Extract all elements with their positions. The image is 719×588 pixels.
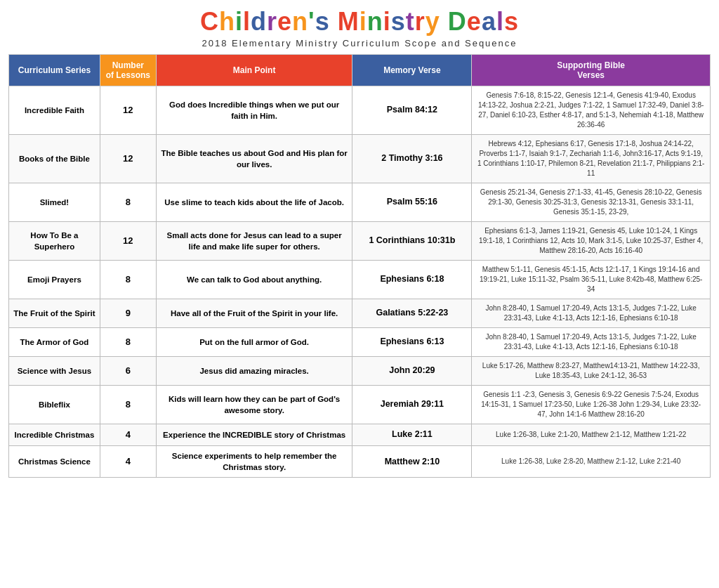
td-lessons: 12 [100, 135, 156, 183]
td-supporting: Matthew 5:1-11, Genesis 45:1-15, Acts 12… [472, 261, 711, 299]
td-lessons: 6 [100, 357, 156, 386]
td-lessons: 8 [100, 328, 156, 357]
td-main: God does Incredible things when we put o… [156, 86, 352, 135]
td-supporting: Luke 1:26-38, Luke 2:8-20, Matthew 2:1-1… [472, 446, 711, 478]
td-main: Kids will learn how they can be part of … [156, 386, 352, 424]
td-curriculum: Science with Jesus [9, 357, 100, 386]
td-memory: 1 Corinthians 10:31b [352, 222, 472, 261]
td-main: Jesus did amazing miracles. [156, 357, 352, 386]
table-row: The Fruit of the Spirit9Have all of the … [9, 299, 711, 328]
td-curriculum: Christmas Science [9, 446, 100, 478]
page-wrapper: Children's Ministry Deals 2018 Elementar… [0, 0, 719, 486]
td-supporting: Genesis 7:6-18, 8:15-22, Genesis 12:1-4,… [472, 86, 711, 135]
td-main: Experience the INCREDIBLE story of Chris… [156, 424, 352, 446]
th-curriculum: Curriculum Series [9, 55, 100, 86]
td-memory: John 20:29 [352, 357, 472, 386]
td-lessons: 12 [100, 222, 156, 261]
td-curriculum: The Fruit of the Spirit [9, 299, 100, 328]
td-curriculum: How To Be a Superhero [9, 222, 100, 261]
td-memory: Psalm 84:12 [352, 86, 472, 135]
curriculum-table: Curriculum Series Numberof Lessons Main … [8, 54, 711, 478]
table-row: Slimed!8Use slime to teach kids about th… [9, 183, 711, 222]
td-supporting: Hebrews 4:12, Ephesians 6:17, Genesis 17… [472, 135, 711, 183]
td-supporting: Ephesians 6:1-3, James 1:19-21, Genesis … [472, 222, 711, 261]
td-main: Use slime to teach kids about the life o… [156, 183, 352, 222]
table-row: Incredible Faith12God does Incredible th… [9, 86, 711, 135]
table-row: Science with Jesus6Jesus did amazing mir… [9, 357, 711, 386]
table-row: The Armor of God8Put on the full armor o… [9, 328, 711, 357]
td-memory: Psalm 55:16 [352, 183, 472, 222]
td-main: Put on the full armor of God. [156, 328, 352, 357]
td-memory: Galatians 5:22-23 [352, 299, 472, 328]
table-row: How To Be a Superhero12Small acts done f… [9, 222, 711, 261]
td-main: Science experiments to help remember the… [156, 446, 352, 478]
td-main: Small acts done for Jesus can lead to a … [156, 222, 352, 261]
td-lessons: 8 [100, 386, 156, 424]
td-lessons: 8 [100, 261, 156, 299]
td-main: The Bible teaches us about God and His p… [156, 135, 352, 183]
td-curriculum: Incredible Faith [9, 86, 100, 135]
td-curriculum: Slimed! [9, 183, 100, 222]
td-memory: Ephesians 6:13 [352, 328, 472, 357]
table-row: Christmas Science4Science experiments to… [9, 446, 711, 478]
td-supporting: John 8:28-40, 1 Samuel 17:20-49, Acts 13… [472, 299, 711, 328]
td-lessons: 9 [100, 299, 156, 328]
td-supporting: John 8:28-40, 1 Samuel 17:20-49, Acts 13… [472, 328, 711, 357]
td-memory: Luke 2:11 [352, 424, 472, 446]
td-memory: Matthew 2:10 [352, 446, 472, 478]
th-memory: Memory Verse [352, 55, 472, 86]
td-memory: Jeremiah 29:11 [352, 386, 472, 424]
td-main: Have all of the Fruit of the Spirit in y… [156, 299, 352, 328]
table-row: Books of the Bible12The Bible teaches us… [9, 135, 711, 183]
td-curriculum: Incredible Christmas [9, 424, 100, 446]
table-row: Bibleflix8Kids will learn how they can b… [9, 386, 711, 424]
td-curriculum: Books of the Bible [9, 135, 100, 183]
td-supporting: Genesis 1:1 -2:3, Genesis 3, Genesis 6:9… [472, 386, 711, 424]
td-curriculum: Bibleflix [9, 386, 100, 424]
th-supporting: Supporting BibleVerses [472, 55, 711, 86]
td-curriculum: Emoji Prayers [9, 261, 100, 299]
td-supporting: Genesis 25:21-34, Genesis 27:1-33, 41-45… [472, 183, 711, 222]
site-title: Children's Ministry Deals [8, 7, 711, 37]
td-memory: 2 Timothy 3:16 [352, 135, 472, 183]
td-lessons: 12 [100, 86, 156, 135]
td-curriculum: The Armor of God [9, 328, 100, 357]
td-lessons: 4 [100, 424, 156, 446]
td-memory: Ephesians 6:18 [352, 261, 472, 299]
td-main: We can talk to God about anything. [156, 261, 352, 299]
subtitle: 2018 Elementary Ministry Curriculum Scop… [8, 38, 711, 48]
th-lessons: Numberof Lessons [100, 55, 156, 86]
td-lessons: 4 [100, 446, 156, 478]
table-row: Emoji Prayers8We can talk to God about a… [9, 261, 711, 299]
td-lessons: 8 [100, 183, 156, 222]
td-supporting: Luke 1:26-38, Luke 2:1-20, Matthew 2:1-1… [472, 424, 711, 446]
td-supporting: Luke 5:17-26, Matthew 8:23-27, Matthew14… [472, 357, 711, 386]
table-row: Incredible Christmas4Experience the INCR… [9, 424, 711, 446]
th-main: Main Point [156, 55, 352, 86]
